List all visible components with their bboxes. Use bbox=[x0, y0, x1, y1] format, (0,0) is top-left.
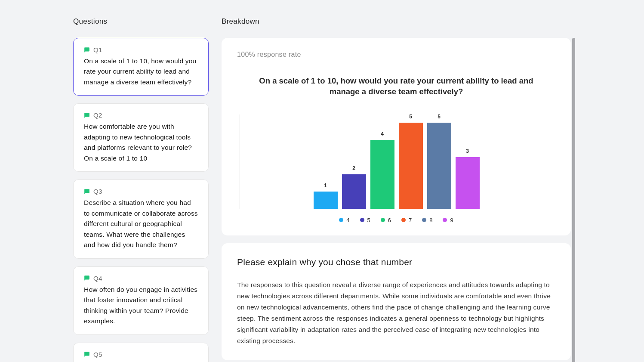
question-text: Describe a situation where you had to co… bbox=[84, 198, 198, 250]
bar-group: 5 bbox=[427, 114, 451, 209]
question-text: How often do you engage in activities th… bbox=[84, 285, 198, 327]
question-card-q5[interactable]: Q5How would you rate your current bbox=[73, 343, 209, 362]
question-label: Q4 bbox=[93, 275, 102, 282]
question-card-q4[interactable]: Q4How often do you engage in activities … bbox=[73, 266, 209, 335]
question-label: Q1 bbox=[93, 46, 102, 53]
legend-label: 9 bbox=[450, 217, 453, 223]
question-header: Q2 bbox=[84, 111, 198, 119]
breakdown-panel: Breakdown 100% response rate On a scale … bbox=[222, 17, 571, 362]
scrollbar[interactable] bbox=[572, 38, 575, 362]
legend-label: 8 bbox=[429, 217, 432, 223]
question-card-q2[interactable]: Q2How comfortable are you with adapting … bbox=[73, 103, 209, 172]
chat-icon bbox=[84, 47, 90, 53]
bar-value-label: 2 bbox=[352, 165, 355, 171]
chat-icon bbox=[84, 351, 90, 357]
bars-wrapper: 124553 bbox=[240, 114, 553, 209]
summary-title: Please explain why you chose that number bbox=[237, 257, 555, 267]
legend-dot bbox=[422, 218, 426, 222]
legend-dot bbox=[401, 218, 406, 222]
chart-area: 124553 bbox=[240, 114, 553, 209]
legend-dot bbox=[381, 218, 385, 222]
breakdown-panel-title: Breakdown bbox=[222, 17, 571, 26]
summary-text: The responses to this question reveal a … bbox=[237, 279, 555, 347]
bar-value-label: 1 bbox=[324, 183, 327, 189]
question-header: Q4 bbox=[84, 275, 198, 282]
question-text: On a scale of 1 to 10, how would you rat… bbox=[84, 56, 198, 87]
bar-group: 1 bbox=[314, 183, 338, 209]
legend-label: 7 bbox=[409, 217, 412, 223]
question-card-q1[interactable]: Q1On a scale of 1 to 10, how would you r… bbox=[73, 38, 209, 96]
bar bbox=[370, 140, 394, 209]
question-header: Q5 bbox=[84, 351, 198, 358]
bar-group: 4 bbox=[370, 131, 394, 209]
questions-panel: Questions Q1On a scale of 1 to 10, how w… bbox=[73, 17, 209, 362]
bar-value-label: 3 bbox=[466, 148, 469, 154]
chart-title: On a scale of 1 to 10, how would you rat… bbox=[259, 76, 534, 97]
legend-label: 4 bbox=[346, 217, 349, 223]
bar bbox=[456, 157, 480, 209]
legend-item: 6 bbox=[381, 217, 391, 223]
question-header: Q1 bbox=[84, 46, 198, 53]
chart-card: 100% response rate On a scale of 1 to 10… bbox=[222, 38, 571, 235]
bar bbox=[399, 123, 423, 209]
legend-item: 4 bbox=[339, 217, 349, 223]
bar bbox=[342, 174, 366, 209]
legend-item: 7 bbox=[401, 217, 412, 223]
question-card-q3[interactable]: Q3Describe a situation where you had to … bbox=[73, 179, 209, 258]
questions-panel-title: Questions bbox=[73, 17, 209, 26]
legend-dot bbox=[339, 218, 343, 222]
chat-icon bbox=[84, 189, 90, 195]
bar-group: 3 bbox=[456, 148, 480, 209]
legend-label: 6 bbox=[388, 217, 391, 223]
legend-dot bbox=[360, 218, 364, 222]
legend-dot bbox=[443, 218, 447, 222]
question-text: How comfortable are you with adapting to… bbox=[84, 121, 198, 164]
question-label: Q5 bbox=[93, 351, 102, 358]
bar-value-label: 4 bbox=[381, 131, 384, 137]
legend-label: 5 bbox=[367, 217, 370, 223]
chart-legend: 456789 bbox=[237, 217, 555, 223]
chat-icon bbox=[84, 112, 90, 118]
chat-icon bbox=[84, 275, 90, 281]
legend-item: 9 bbox=[443, 217, 453, 223]
summary-card: Please explain why you chose that number… bbox=[222, 243, 571, 360]
bar-group: 5 bbox=[399, 114, 423, 209]
bar-group: 2 bbox=[342, 165, 366, 209]
legend-item: 5 bbox=[360, 217, 370, 223]
question-label: Q2 bbox=[93, 111, 102, 119]
response-rate: 100% response rate bbox=[237, 51, 555, 59]
questions-list: Q1On a scale of 1 to 10, how would you r… bbox=[73, 38, 209, 362]
bar bbox=[427, 123, 451, 209]
bar-value-label: 5 bbox=[438, 114, 441, 120]
question-label: Q3 bbox=[93, 188, 102, 195]
bar bbox=[314, 192, 338, 209]
legend-item: 8 bbox=[422, 217, 432, 223]
bar-value-label: 5 bbox=[409, 114, 412, 120]
question-header: Q3 bbox=[84, 188, 198, 195]
